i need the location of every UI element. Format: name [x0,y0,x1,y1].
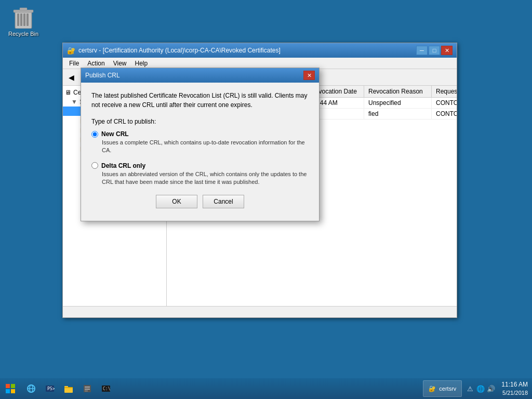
dialog-section-label: Type of CRL to publish: [91,118,309,125]
svg-rect-1 [17,14,19,26]
expand-icon: ▼ [71,98,77,105]
computer-icon: 🖥 [65,89,71,96]
title-bar-left: 🔐 certsrv - [Certification Authority (Lo… [67,47,281,55]
dialog-title-bar: Publish CRL ✕ [81,68,319,83]
cell-requester-2: CONTOSO\ [432,109,457,119]
svg-rect-10 [11,389,15,393]
taskbar-pin-explorer[interactable] [60,380,77,397]
new-crl-radio[interactable] [91,131,98,138]
clock-date: 5/21/2018 [501,389,528,397]
status-bar [63,306,457,317]
ok-button[interactable]: OK [156,195,197,208]
desktop: Recycle Bin 🔐 certsrv - [Certification A… [0,0,532,399]
title-bar: 🔐 certsrv - [Certification Authority (Lo… [63,43,457,58]
taskbar-pin-ie[interactable] [23,380,39,397]
publish-crl-dialog: Publish CRL ✕ The latest published Certi… [81,68,320,221]
svg-rect-2 [20,14,22,26]
cell-requester: CONTOSO\ [432,98,457,108]
taskbar: PS> C: [0,378,532,399]
menu-file[interactable]: File [65,59,83,68]
taskbar-item-icon: 🔐 [429,385,436,392]
svg-rect-4 [26,14,29,26]
back-button[interactable]: ◀ [65,71,77,84]
menu-view[interactable]: View [109,59,131,68]
taskbar-pin-powershell[interactable]: PS> [42,380,58,397]
svg-text:C:\>: C:\> [103,387,111,391]
taskbar-item-label: certsrv [439,385,456,392]
dialog-title: Publish CRL [85,72,120,79]
window-icon: 🔐 [67,47,75,55]
tray-network-icon[interactable]: 🌐 [476,384,485,393]
system-clock[interactable]: 11:16 AM 5/21/2018 [501,380,528,397]
taskbar-pin-cmd[interactable]: C:\> [98,380,114,397]
new-crl-radio-row: New CRL [91,130,309,138]
maximize-button[interactable]: □ [429,46,440,55]
system-tray: ⚠ 🌐 🔊 11:16 AM 5/21/2018 [462,380,532,397]
minimize-button[interactable]: ─ [416,46,428,55]
svg-rect-8 [11,384,15,388]
window-title: certsrv - [Certification Authority (Loca… [78,47,281,54]
tray-icons: ⚠ 🌐 🔊 [466,384,495,393]
taskbar-active-item[interactable]: 🔐 certsrv [423,380,462,397]
delta-crl-radio-row: Delta CRL only [91,162,309,169]
svg-rect-6 [20,8,27,10]
cancel-button[interactable]: Cancel [203,195,244,208]
cell-reason-2: fied [364,109,432,119]
col-header-reason[interactable]: Revocation Reason [364,86,432,97]
delta-crl-label[interactable]: Delta CRL only [101,162,145,169]
svg-rect-3 [23,14,25,26]
recycle-bin-label: Recycle Bin [8,31,38,37]
close-button[interactable]: ✕ [441,46,453,55]
svg-rect-20 [85,387,90,388]
svg-rect-9 [6,389,10,393]
svg-rect-18 [64,387,73,388]
recycle-bin-icon[interactable]: Recycle Bin [5,5,42,37]
new-crl-option: New CRL Issues a complete CRL, which con… [91,130,309,155]
delta-crl-option: Delta CRL only Issues an abbreviated ver… [91,162,309,187]
clock-time: 11:16 AM [501,380,528,389]
tray-warning-icon[interactable]: ⚠ [466,384,474,393]
dialog-buttons: OK Cancel [91,195,309,212]
col-header-requester[interactable]: Requester N... [432,86,457,97]
taskbar-pin-server-manager[interactable] [79,380,96,397]
start-button[interactable] [0,378,21,399]
title-bar-buttons: ─ □ ✕ [416,46,453,55]
dialog-body: The latest published Certificate Revocat… [81,83,319,221]
svg-rect-21 [85,389,90,390]
svg-rect-22 [85,391,88,391]
new-crl-label[interactable]: New CRL [101,130,129,138]
svg-text:PS>: PS> [47,387,55,391]
dialog-info-text: The latest published Certificate Revocat… [91,91,309,110]
delta-crl-description: Issues an abbreviated version of the CRL… [102,170,309,187]
dialog-close-button[interactable]: ✕ [303,71,315,80]
menu-action[interactable]: Action [83,59,109,68]
svg-rect-7 [6,384,10,388]
tray-volume-icon[interactable]: 🔊 [487,384,495,393]
menu-help[interactable]: Help [131,59,152,68]
delta-crl-radio[interactable] [91,162,98,169]
new-crl-description: Issues a complete CRL, which contains up… [102,139,309,155]
cell-reason: Unspecified [364,98,432,108]
taskbar-pinned-apps: PS> C: [21,380,423,397]
